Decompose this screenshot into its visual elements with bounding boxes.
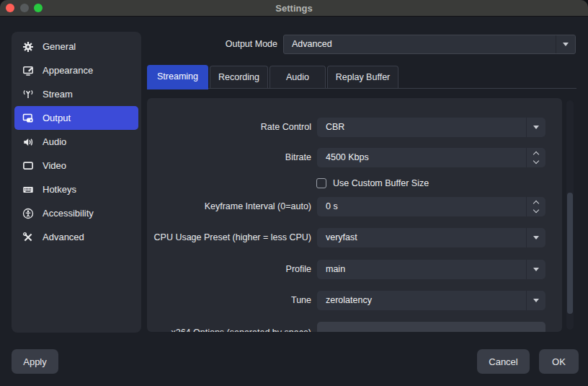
output-mode-value: Advanced <box>292 39 332 49</box>
display-camera-icon <box>22 113 34 124</box>
chevron-down-icon <box>556 35 575 53</box>
cpu-preset-select[interactable]: veryfast <box>317 228 545 247</box>
sidebar-item-advanced[interactable]: Advanced <box>14 225 138 249</box>
pane-scrollbar[interactable] <box>566 100 574 330</box>
x264-options-label: x264 Options (separated by space) <box>147 323 311 332</box>
sidebar-item-label: Accessibility <box>43 208 94 219</box>
profile-label: Profile <box>147 260 311 279</box>
display-edit-icon <box>22 65 34 76</box>
antenna-icon <box>22 89 34 100</box>
scrollbar-thumb[interactable] <box>567 193 573 314</box>
ok-button[interactable]: OK <box>539 349 579 374</box>
use-custom-buffer-label: Use Custom Buffer Size <box>333 174 429 193</box>
sidebar-item-appearance[interactable]: Appearance <box>14 58 138 82</box>
use-custom-buffer-checkbox[interactable] <box>316 178 326 188</box>
sidebar-item-stream[interactable]: Stream <box>14 82 138 106</box>
spinner-arrows-icon[interactable] <box>526 148 545 167</box>
profile-select[interactable]: main <box>317 260 545 279</box>
sidebar-item-video[interactable]: Video <box>14 154 138 177</box>
chevron-down-icon <box>526 118 545 137</box>
gear-icon <box>22 41 34 53</box>
output-mode-label: Output Mode <box>166 35 277 54</box>
chevron-down-icon <box>526 291 545 310</box>
sidebar-item-label: Advanced <box>43 232 84 242</box>
tune-label: Tune <box>147 291 311 310</box>
chevron-down-icon <box>526 260 545 279</box>
rate-control-label: Rate Control <box>147 118 311 137</box>
cpu-preset-value: veryfast <box>317 228 545 247</box>
sidebar-item-label: Audio <box>43 136 66 147</box>
sidebar-item-label: Hotkeys <box>43 184 76 195</box>
keyframe-interval-value: 0 s <box>317 197 545 216</box>
sidebar-item-label: Appearance <box>43 65 93 76</box>
rate-control-value: CBR <box>317 118 545 137</box>
cpu-preset-label: CPU Usage Preset (higher = less CPU) <box>147 228 311 247</box>
apply-button[interactable]: Apply <box>12 349 58 374</box>
x264-options-input[interactable] <box>317 322 545 332</box>
keyboard-icon <box>22 184 34 196</box>
sidebar-item-label: General <box>43 41 76 52</box>
tab-replay-buffer[interactable]: Replay Buffer <box>327 66 398 88</box>
sidebar-item-audio[interactable]: Audio <box>14 130 138 154</box>
accessibility-icon <box>22 208 34 219</box>
tab-recording[interactable]: Recording <box>210 66 268 88</box>
window-title: Settings <box>0 0 588 17</box>
tune-select[interactable]: zerolatency <box>317 291 545 310</box>
tab-streaming[interactable]: Streaming <box>147 65 208 89</box>
bitrate-spinner[interactable]: 4500 Kbps <box>317 148 545 167</box>
chevron-down-icon <box>526 228 545 247</box>
cancel-button[interactable]: Cancel <box>477 349 530 374</box>
bitrate-value: 4500 Kbps <box>317 148 545 167</box>
titlebar: Settings <box>0 0 588 17</box>
streaming-settings-pane: Rate Control CBR Bitrate 4500 Kbps Use C… <box>147 98 562 332</box>
sidebar-item-label: Stream <box>43 89 73 100</box>
sidebar-item-label: Output <box>43 113 71 123</box>
output-mode-select[interactable]: Advanced <box>283 35 576 54</box>
keyframe-interval-spinner[interactable]: 0 s <box>317 197 545 216</box>
profile-value: main <box>317 260 545 279</box>
sidebar-item-hotkeys[interactable]: Hotkeys <box>14 177 138 201</box>
sidebar-item-general[interactable]: General <box>14 35 138 58</box>
tools-icon <box>22 232 34 243</box>
display-icon <box>22 160 34 172</box>
spinner-arrows-icon[interactable] <box>526 197 545 216</box>
sidebar-item-accessibility[interactable]: Accessibility <box>14 201 138 225</box>
keyframe-interval-label: Keyframe Interval (0=auto) <box>147 197 311 216</box>
rate-control-select[interactable]: CBR <box>317 118 545 137</box>
settings-sidebar: General Appearance Stream Output Audio <box>12 32 141 333</box>
tune-value: zerolatency <box>317 291 545 310</box>
sidebar-item-output[interactable]: Output <box>14 106 138 130</box>
sidebar-item-label: Video <box>43 160 66 171</box>
bitrate-label: Bitrate <box>147 148 311 167</box>
settings-window: Settings General Appearance Stream Outp <box>0 0 588 386</box>
tab-audio[interactable]: Audio <box>270 66 326 88</box>
speaker-icon <box>22 136 34 148</box>
